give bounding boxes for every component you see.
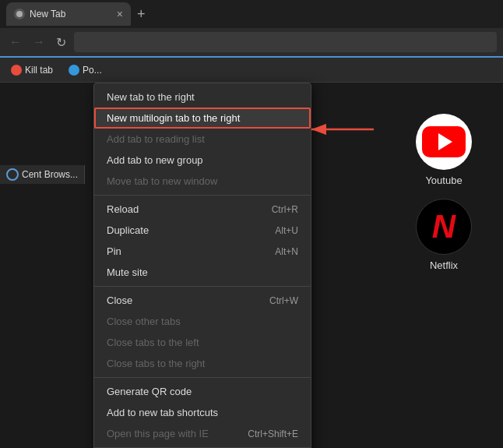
menu-pin[interactable]: Pin Alt+N bbox=[94, 241, 311, 262]
main-content: Cent Brows... Youtube N Netflix New tab … bbox=[0, 83, 503, 448]
kill-tab-label: Kill tab bbox=[25, 65, 53, 76]
menu-reload[interactable]: Reload Ctrl+R bbox=[94, 199, 311, 220]
menu-add-new-group[interactable]: Add tab to new group bbox=[94, 150, 311, 171]
annotation-arrow bbox=[304, 120, 382, 139]
svg-point-0 bbox=[16, 11, 23, 17]
shortcuts-area: Youtube N Netflix bbox=[416, 114, 472, 271]
menu-close-others: Close other tabs bbox=[94, 311, 311, 332]
bookmark-kill-tab[interactable]: Kill tab bbox=[6, 63, 58, 77]
po-icon bbox=[69, 65, 79, 76]
menu-close[interactable]: Close Ctrl+W bbox=[94, 290, 311, 311]
youtube-icon-circle bbox=[416, 114, 472, 170]
menu-duplicate[interactable]: Duplicate Alt+U bbox=[94, 220, 311, 241]
divider-3 bbox=[94, 377, 311, 378]
divider-2 bbox=[94, 286, 311, 287]
youtube-label: Youtube bbox=[425, 175, 462, 186]
tab-group: New Tab × + bbox=[6, 2, 149, 26]
youtube-play-icon bbox=[438, 133, 452, 150]
netflix-icon-circle: N bbox=[416, 199, 472, 255]
po-label: Po... bbox=[83, 65, 102, 76]
youtube-play-bg bbox=[422, 126, 466, 157]
netflix-n-icon: N bbox=[432, 208, 456, 245]
bookmarks-bar: Kill tab Po... bbox=[0, 58, 503, 83]
menu-add-shortcut[interactable]: Add to new tab shortcuts bbox=[94, 402, 311, 423]
sidebar-label: Cent Brows... bbox=[22, 169, 78, 180]
title-bar: New Tab × + bbox=[0, 0, 503, 28]
netflix-label: Netflix bbox=[430, 259, 458, 271]
menu-mute[interactable]: Mute site bbox=[94, 262, 311, 283]
active-tab[interactable]: New Tab × bbox=[6, 2, 131, 26]
netflix-shortcut[interactable]: N Netflix bbox=[416, 199, 472, 271]
menu-move-new-window: Move tab to new window bbox=[94, 171, 311, 192]
menu-new-multilogin-tab[interactable]: New multilogin tab to the right bbox=[94, 108, 311, 129]
menu-qr-code[interactable]: Generate QR code bbox=[94, 381, 311, 402]
menu-close-right: Close tabs to the right bbox=[94, 353, 311, 374]
tab-label: New Tab bbox=[30, 9, 65, 19]
context-menu: New tab to the right New multilogin tab … bbox=[93, 83, 311, 448]
globe-icon bbox=[6, 168, 19, 181]
menu-new-tab-right[interactable]: New tab to the right bbox=[94, 86, 311, 108]
kill-tab-icon bbox=[11, 65, 22, 76]
forward-button[interactable]: → bbox=[30, 34, 48, 51]
youtube-shortcut[interactable]: Youtube bbox=[416, 114, 472, 186]
menu-open-ie: Open this page with IE Ctrl+Shift+E bbox=[94, 423, 311, 444]
divider-1 bbox=[94, 195, 311, 196]
menu-add-reading-list: Add tab to reading list bbox=[94, 129, 311, 150]
bookmark-po[interactable]: Po... bbox=[64, 63, 107, 77]
menu-close-left: Close tabs to the left bbox=[94, 332, 311, 353]
new-tab-button[interactable]: + bbox=[134, 6, 149, 23]
tab-favicon bbox=[14, 9, 25, 19]
reload-button[interactable]: ↻ bbox=[53, 34, 69, 51]
nav-bar: ← → ↻ bbox=[0, 28, 503, 58]
cent-browser-tab[interactable]: Cent Brows... bbox=[0, 165, 85, 184]
address-bar[interactable] bbox=[74, 32, 497, 52]
back-button[interactable]: ← bbox=[6, 34, 25, 51]
tab-close-button[interactable]: × bbox=[117, 8, 123, 20]
